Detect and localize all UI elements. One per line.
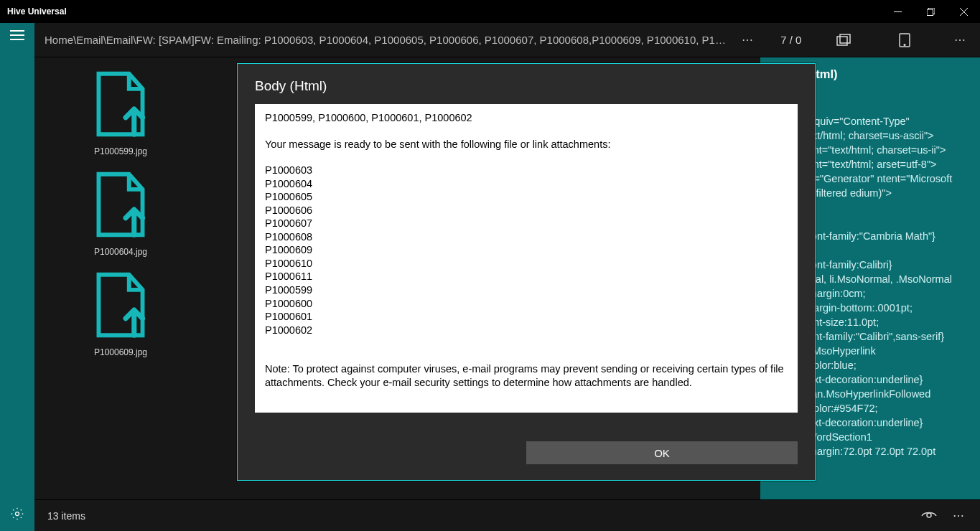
- dialog-title: Body (Html): [255, 78, 798, 94]
- titlebar: Hive Universal: [0, 0, 980, 23]
- svg-point-4: [16, 512, 19, 516]
- close-button[interactable]: [947, 0, 980, 23]
- attachment-list-item: P1000611: [265, 270, 788, 283]
- file-upload-icon: [95, 171, 146, 238]
- content-intro: Your message is ready to be sent with th…: [265, 138, 788, 151]
- file-name: P1000599.jpg: [94, 146, 147, 156]
- svg-rect-5: [837, 37, 847, 45]
- attachment-list-item: P1000602: [265, 324, 788, 337]
- svg-rect-1: [927, 9, 933, 16]
- window-title: Hive Universal: [7, 6, 881, 17]
- attachment-list-item: P1000599: [265, 283, 788, 297]
- attachment-list: P1000603P1000604P1000605P1000606P1000607…: [265, 164, 788, 337]
- attachment-list-item: P1000605: [265, 190, 788, 204]
- svg-point-9: [927, 513, 931, 517]
- pager-label: 7 / 0: [769, 34, 813, 46]
- attachment-list-item: P1000601: [265, 310, 788, 324]
- breadcrumb-bar: Home\Email\Email\FW: [SPAM]FW: Emailing:…: [34, 23, 980, 57]
- minimize-button[interactable]: [881, 0, 914, 23]
- left-rail: [0, 23, 34, 531]
- attachment-list-item: P1000609: [265, 243, 788, 257]
- attachment-list-item: P1000607: [265, 217, 788, 230]
- visibility-icon[interactable]: [921, 508, 937, 524]
- dialog-content[interactable]: P1000599, P1000600, P1000601, P1000602 Y…: [255, 104, 798, 413]
- attachment-list-item: P1000608: [265, 230, 788, 244]
- file-upload-icon: [95, 70, 146, 138]
- menu-icon[interactable]: [10, 30, 24, 40]
- tablet-icon[interactable]: [897, 32, 913, 49]
- ok-button[interactable]: OK: [526, 441, 798, 464]
- breadcrumb-overflow-icon[interactable]: ⋯: [739, 33, 757, 47]
- content-top-line: P1000599, P1000600, P1000601, P1000602: [265, 111, 788, 125]
- breadcrumb[interactable]: Home\Email\Email\FW: [SPAM]FW: Emailing:…: [45, 34, 727, 46]
- file-item[interactable]: P1000599.jpg: [49, 70, 192, 156]
- attachment-list-item: P1000604: [265, 177, 788, 191]
- svg-point-8: [904, 44, 905, 45]
- attachment-list-item: P1000610: [265, 257, 788, 271]
- attachment-list-item: P1000600: [265, 297, 788, 311]
- more-icon[interactable]: ⋯: [951, 33, 970, 47]
- content-note: Note: To protect against computer viruse…: [265, 362, 788, 389]
- multi-window-icon[interactable]: [836, 32, 852, 49]
- maximize-button[interactable]: [914, 0, 947, 23]
- status-bar: 13 items ⋯: [34, 499, 980, 531]
- attachment-list-item: P1000603: [265, 164, 788, 177]
- file-name: P1000604.jpg: [94, 247, 147, 257]
- file-item[interactable]: P1000604.jpg: [49, 171, 192, 257]
- attachment-list-item: P1000606: [265, 204, 788, 217]
- file-name: P1000609.jpg: [94, 347, 147, 357]
- window-buttons: [881, 0, 980, 23]
- file-upload-icon: [95, 271, 146, 339]
- app-root: Home\Email\Email\FW: [SPAM]FW: Emailing:…: [0, 23, 980, 531]
- body-html-dialog: Body (Html) P1000599, P1000600, P1000601…: [237, 63, 816, 481]
- file-item[interactable]: P1000609.jpg: [49, 271, 192, 357]
- settings-icon[interactable]: [10, 507, 24, 521]
- svg-rect-6: [840, 34, 850, 43]
- main-area: Home\Email\Email\FW: [SPAM]FW: Emailing:…: [34, 23, 980, 531]
- more-icon[interactable]: ⋯: [951, 508, 967, 524]
- item-count: 13 items: [47, 510, 85, 522]
